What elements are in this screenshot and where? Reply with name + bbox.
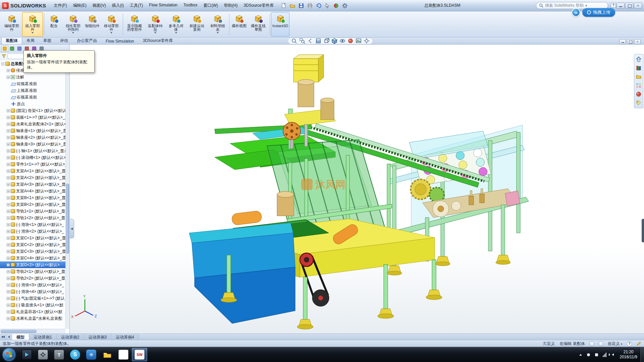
- expander-icon[interactable]: +: [7, 263, 10, 266]
- zoom-fit-icon[interactable]: [291, 38, 298, 44]
- graphics-area[interactable]: 沐风网 Y X Z ◀: [70, 45, 644, 334]
- tree-item[interactable]: +A注解: [0, 74, 65, 80]
- tree-item[interactable]: 上视基准面: [0, 87, 65, 94]
- expander-icon[interactable]: +: [7, 237, 10, 240]
- expander-icon[interactable]: +: [7, 270, 10, 273]
- expander-icon[interactable]: +: [7, 257, 10, 260]
- zoom-area-icon[interactable]: [299, 38, 306, 44]
- section-view-icon[interactable]: [315, 38, 322, 44]
- menu-item-7[interactable]: 窗口(W): [200, 1, 221, 10]
- edit-appearance-icon[interactable]: [347, 38, 354, 44]
- task-pane-edge-tab[interactable]: [642, 219, 644, 242]
- hidden-icons-arrow[interactable]: [578, 352, 583, 357]
- status-dot-icon[interactable]: [586, 352, 591, 357]
- tree-item[interactable]: +(-) 吸盘接头<1> (默认<<默: [0, 302, 65, 308]
- tree-item[interactable]: +轴承座<1> (默认<<默认>_显: [0, 127, 65, 134]
- bom-dropdown-icon[interactable]: [217, 32, 219, 34]
- gear-app-icon[interactable]: [35, 348, 51, 361]
- file-explorer-icon[interactable]: [635, 73, 642, 80]
- status-tag-icon[interactable]: [599, 342, 603, 346]
- menu-item-5[interactable]: Flow Simulation: [146, 1, 180, 10]
- show-hidden-button[interactable]: 显示隐藏的零部件: [124, 12, 145, 37]
- tree-horizontal-scrollbar[interactable]: [0, 329, 65, 334]
- volume-icon[interactable]: [610, 352, 615, 357]
- open-icon[interactable]: [289, 2, 297, 9]
- expander-icon[interactable]: +: [7, 203, 10, 206]
- configurationmanager-tab-icon[interactable]: [16, 45, 23, 52]
- save-icon[interactable]: [298, 2, 305, 9]
- recorder-logo-icon[interactable]: ∞: [572, 8, 580, 17]
- tree-item[interactable]: +支架B<2> (默认<<默认>_显: [0, 201, 65, 208]
- new-icon[interactable]: [280, 2, 288, 9]
- new-motion-study-button[interactable]: 新建运动算例: [186, 12, 207, 37]
- tree-item[interactable]: +(-) 滑块<2> (默认<<默认>_: [0, 228, 65, 235]
- expander-icon[interactable]: +: [7, 196, 10, 199]
- hexagon-app-icon[interactable]: ✳: [84, 348, 99, 361]
- instant3d-button[interactable]: Instant3D: [271, 12, 289, 37]
- menu-item-2[interactable]: 视图(V): [90, 1, 109, 10]
- expander-icon[interactable]: +: [7, 290, 10, 293]
- bom-button[interactable]: 材料明细表: [207, 12, 228, 37]
- model-3d-view[interactable]: 沐风网 Y X Z: [70, 45, 644, 334]
- tab-1[interactable]: 布局: [22, 37, 39, 44]
- tree-item[interactable]: +零件1<1>->? (默认<<默认>_: [0, 161, 65, 168]
- tree-item[interactable]: +轴承座<2> (默认<<默认>_显: [0, 134, 65, 141]
- tree-item[interactable]: +(-) 滑块<4> (默认<<默认>_: [0, 288, 65, 295]
- expander-icon[interactable]: +: [7, 183, 10, 186]
- menu-item-1[interactable]: 编辑(E): [70, 1, 90, 10]
- tools-app-icon[interactable]: T: [51, 348, 67, 361]
- smart-fasteners-button[interactable]: 智能扣件: [84, 12, 101, 37]
- start-button[interactable]: [3, 348, 15, 361]
- tree-item[interactable]: +导轨1<2> (默认<<默认>_显: [0, 215, 65, 221]
- tree-item[interactable]: +支架B<1> (默认<<默认>_显: [0, 194, 65, 201]
- window-close-icon[interactable]: ×: [634, 3, 642, 9]
- media-app-icon[interactable]: [19, 348, 35, 361]
- expander-icon[interactable]: +: [7, 76, 10, 79]
- expander-icon[interactable]: +: [7, 317, 10, 320]
- tree-item[interactable]: +支架C<3> (默认<<默认>_显: [0, 248, 65, 255]
- minimize-doc-icon[interactable]: [620, 39, 626, 44]
- tree-item[interactable]: +底板<1>->? (默认<<默认>_显: [0, 114, 65, 121]
- taskbar-clock[interactable]: 21:20 2016/11/9: [617, 350, 640, 360]
- tree-vertical-scrollbar[interactable]: [65, 60, 69, 329]
- tab-6[interactable]: 3DSource零件库: [139, 37, 177, 44]
- exploded-view-button[interactable]: 爆炸视图: [230, 12, 248, 37]
- expander-icon[interactable]: +: [7, 284, 10, 287]
- status-units-icon[interactable]: [590, 342, 594, 346]
- tab-assembly[interactable]: 装配体: [1, 37, 22, 44]
- expander-icon[interactable]: +: [7, 217, 10, 220]
- tree-item[interactable]: +(-) 滑块<1> (默认<<默认>_: [0, 221, 65, 228]
- previous-tab-icon[interactable]: [6, 334, 12, 340]
- status-square-icon[interactable]: [594, 352, 599, 357]
- tab-4[interactable]: 办公室产品: [72, 37, 101, 44]
- close-doc-icon[interactable]: ×: [634, 39, 641, 44]
- solidworks-icon[interactable]: SW: [132, 348, 147, 361]
- reference-geometry-dropdown-icon[interactable]: [175, 32, 177, 34]
- custom-properties-icon[interactable]: [635, 99, 642, 107]
- view-settings-icon[interactable]: [363, 38, 370, 44]
- propertymanager-tab-icon[interactable]: [9, 45, 15, 52]
- expander-icon[interactable]: +: [7, 230, 10, 233]
- tab-2[interactable]: 草图: [39, 37, 56, 44]
- window-maximize-icon[interactable]: [625, 3, 633, 9]
- move-component-button[interactable]: 移动零部件: [101, 12, 122, 37]
- expander-icon[interactable]: +: [7, 277, 10, 280]
- linear-pattern-button[interactable]: 线性零部件阵列: [63, 12, 84, 37]
- menu-item-8[interactable]: 帮助(H): [221, 1, 241, 10]
- print-icon[interactable]: [306, 2, 314, 9]
- expander-icon[interactable]: +: [7, 129, 10, 132]
- expander-icon[interactable]: +: [7, 176, 10, 179]
- tree-item[interactable]: +(-) 滑块<3> (默认<<默认>_: [0, 282, 65, 288]
- home-icon[interactable]: [635, 56, 642, 63]
- expander-icon[interactable]: +: [7, 304, 10, 307]
- menu-item-9[interactable]: 3DSource零件库: [240, 1, 276, 10]
- tree-item[interactable]: +支架C<2> (默认<<默认>_显: [0, 241, 65, 248]
- expander-icon[interactable]: +: [7, 149, 10, 153]
- expander-icon[interactable]: +: [7, 243, 10, 246]
- rebuild-icon[interactable]: [332, 2, 340, 9]
- skype-icon[interactable]: S: [67, 348, 83, 361]
- tree-item[interactable]: +支架A<1> (默认<<默认>_显: [0, 168, 65, 174]
- show-desktop-button[interactable]: [640, 347, 644, 362]
- expander-icon[interactable]: -: [1, 62, 4, 65]
- tree-item[interactable]: +礼盒盖容器<1> (默认<<默: [0, 308, 65, 315]
